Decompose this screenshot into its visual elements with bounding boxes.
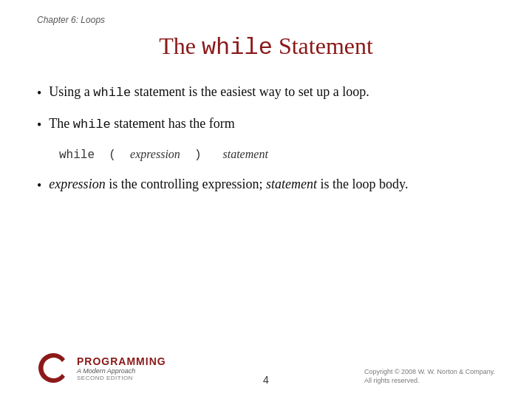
while-code-1: while: [93, 86, 131, 100]
bullet-text-1: Using a while statement is the easiest w…: [49, 82, 369, 103]
title-prefix: The: [159, 33, 202, 59]
footer-logo: C PROGRAMMING A Modern Approach SECOND E…: [37, 350, 166, 386]
title-keyword: while: [202, 34, 273, 61]
chapter-label: Chapter 6: Loops: [37, 15, 495, 25]
svg-text:C: C: [47, 362, 56, 375]
bullet-dot-1: •: [37, 83, 41, 103]
page-number: 4: [263, 374, 269, 386]
logo-icon: C: [37, 350, 72, 386]
footer: C PROGRAMMING A Modern Approach SECOND E…: [0, 374, 532, 386]
copyright: Copyright © 2008 W. W. Norton & Company.…: [364, 367, 495, 386]
code-keyword: while: [59, 149, 95, 162]
bullet-2: • The while statement has the form: [37, 114, 495, 135]
while-code-2: while: [73, 117, 111, 132]
code-example: while ( expression ) statement: [59, 146, 495, 164]
code-close-paren: ): [194, 149, 202, 162]
bullet-dot-2: •: [37, 115, 41, 135]
code-open-paren: (: [109, 149, 116, 162]
slide: Chapter 6: Loops The while Statement • U…: [0, 0, 532, 399]
bullet-text-3: expression is the controlling expression…: [49, 174, 408, 194]
logo-edition: SECOND EDITION: [77, 375, 166, 381]
statement-term: statement: [266, 177, 317, 191]
bullet-text-2: The while statement has the form: [49, 114, 234, 134]
logo-programming: PROGRAMMING: [77, 355, 166, 367]
bullet-dot-3: •: [37, 176, 41, 196]
expression-term: expression: [49, 177, 105, 191]
slide-title: The while Statement: [37, 33, 495, 61]
logo-text-group: PROGRAMMING A Modern Approach SECOND EDI…: [77, 355, 166, 381]
bullet-3: • expression is the controlling expressi…: [37, 174, 495, 196]
code-expression: expression: [130, 148, 180, 160]
copyright-line2: All rights reserved.: [364, 376, 495, 386]
copyright-line1: Copyright © 2008 W. W. Norton & Company.: [364, 367, 495, 377]
code-statement: statement: [223, 148, 268, 160]
content-area: • Using a while statement is the easiest…: [37, 82, 495, 196]
logo-subtitle: A Modern Approach: [77, 367, 166, 375]
bullet-1: • Using a while statement is the easiest…: [37, 82, 495, 103]
bullet3-end: is the loop body.: [317, 177, 408, 191]
bullet3-middle: is the controlling expression;: [106, 177, 266, 191]
title-suffix: Statement: [273, 33, 373, 59]
